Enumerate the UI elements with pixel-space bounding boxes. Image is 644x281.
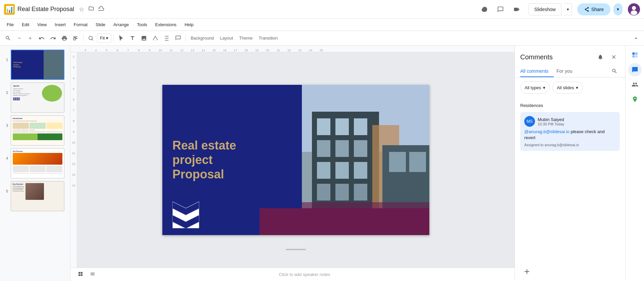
menu-arrange[interactable]: Arrange — [109, 21, 133, 29]
menu-insert[interactable]: Insert — [51, 21, 70, 29]
ruler-vertical: 2 3 4 5 6 7 8 9 10 11 12 13 14 — [70, 52, 77, 268]
filter-types-label: All types — [525, 85, 541, 90]
svg-point-2 — [631, 10, 637, 15]
user-avatar[interactable] — [628, 3, 640, 15]
svg-rect-9 — [354, 118, 367, 135]
slide-thumb-2: Agenda Project OverviewOur ProcessOur Se… — [11, 82, 64, 113]
zoom-out-button[interactable] — [14, 33, 25, 44]
star-icon[interactable]: ☆ — [79, 6, 84, 13]
filter-slides-button[interactable]: All slides ▾ — [552, 81, 583, 94]
search-toolbar-button[interactable] — [3, 33, 13, 44]
collapse-toolbar-button[interactable] — [631, 33, 641, 44]
far-right-panel — [625, 46, 644, 281]
layout-button-toolbar[interactable]: Layout — [217, 33, 236, 44]
svg-rect-16 — [317, 184, 330, 201]
document-title: Real Estate Proposal — [17, 6, 74, 13]
maps-sidebar-button[interactable] — [628, 93, 642, 106]
comment-author-name: Mubin Saiyed — [538, 117, 564, 122]
slide-thumbnail-4[interactable]: 4 Our Process — [0, 147, 70, 180]
slide-thumbnail-1[interactable]: 1 Real estateprojectProposal — [0, 48, 70, 81]
cursor-tool-button[interactable] — [116, 33, 126, 44]
menu-tools[interactable]: Tools — [133, 21, 151, 29]
print-button[interactable] — [59, 33, 70, 44]
menu-edit[interactable]: Edit — [18, 21, 33, 29]
shapes-tool-button[interactable] — [150, 33, 161, 44]
comments-list: Residences MS Mubin Saiyed 10:30 PM Toda… — [515, 98, 625, 262]
tab-for-you[interactable]: For you — [556, 66, 578, 77]
filter-slides-label: All slides — [557, 85, 574, 90]
comments-sidebar-button[interactable] — [628, 63, 642, 76]
bottom-bar: Click to add speaker notes — [70, 268, 515, 281]
undo-button[interactable] — [36, 33, 47, 44]
background-button-toolbar[interactable]: Background — [188, 33, 216, 44]
zoom-in-button[interactable] — [25, 33, 36, 44]
svg-rect-24 — [632, 53, 635, 55]
svg-point-1 — [632, 6, 636, 10]
search-comments-button[interactable] — [609, 66, 620, 76]
folder-icon[interactable] — [88, 5, 94, 13]
svg-rect-27 — [635, 55, 637, 58]
comment-time: 10:30 PM Today — [538, 122, 564, 126]
slideshow-button[interactable]: Slideshow — [529, 3, 561, 15]
menu-file[interactable]: File — [3, 21, 18, 29]
filter-types-button[interactable]: All types ▾ — [520, 81, 550, 94]
main-slide: Real estate project Proposal — [162, 85, 429, 235]
slide-thumbnail-3[interactable]: 3 Introduction Lorem ipsum dolor sit ame… — [0, 114, 70, 147]
menu-slide[interactable]: Slide — [92, 21, 109, 29]
text-tool-button[interactable] — [127, 33, 138, 44]
menu-extensions[interactable]: Extensions — [151, 21, 181, 29]
slide-thumbnail-2[interactable]: 2 Agenda Project OverviewOur ProcessOur … — [0, 81, 70, 114]
svg-rect-22 — [409, 152, 426, 172]
comment-text: @anurag.b@slidesai.io please check and r… — [524, 129, 616, 141]
filter-slides-chevron-icon: ▾ — [576, 85, 578, 90]
paint-format-button[interactable] — [70, 33, 81, 44]
slide-thumb-3: Introduction Lorem ipsum dolor sit amet … — [11, 115, 64, 146]
svg-rect-13 — [317, 162, 330, 179]
transition-button-toolbar[interactable]: Transition — [256, 33, 280, 44]
people-sidebar-button[interactable] — [628, 78, 642, 91]
menu-help[interactable]: Help — [180, 21, 198, 29]
comment-assigned: Assigned to anurag.b@slidesai.io — [524, 143, 616, 147]
slide-thumb-5: Key Services 01 Property Management02 Pr… — [11, 181, 64, 211]
toolbar: Fit ▾ Background Layout Theme Transition — [0, 31, 644, 46]
image-tool-button[interactable] — [139, 33, 149, 44]
share-button[interactable]: Share — [577, 3, 610, 15]
chevron-pattern — [172, 202, 199, 228]
menu-view[interactable]: View — [33, 21, 51, 29]
comment-mention-link[interactable]: @anurag.b@slidesai.io — [524, 129, 570, 134]
speaker-notes-placeholder[interactable]: Click to add speaker notes — [100, 272, 509, 277]
redo-button[interactable] — [48, 33, 58, 44]
svg-rect-10 — [317, 140, 330, 157]
slide-canvas[interactable]: Real estate project Proposal — [77, 52, 515, 268]
slide-number-1: 1 — [3, 50, 8, 62]
menu-format[interactable]: Format — [70, 21, 92, 29]
history-button[interactable] — [478, 3, 491, 16]
slide-title-content: Real estate project Proposal — [172, 138, 236, 182]
menu-bar: File Edit View Insert Format Slide Arran… — [0, 19, 644, 31]
zoom-search-button[interactable] — [86, 33, 96, 44]
grid-view-button[interactable] — [76, 270, 85, 279]
sidebar-sheets-button[interactable] — [628, 48, 642, 62]
line-tool-button[interactable] — [161, 33, 172, 44]
cloud-save-icon[interactable] — [98, 5, 104, 13]
slideshow-dropdown-button[interactable]: ▾ — [564, 3, 572, 15]
slide-number-5: 5 — [3, 181, 8, 193]
svg-rect-17 — [335, 184, 349, 201]
video-call-button[interactable] — [510, 3, 523, 16]
sidebar-toggle-button[interactable] — [88, 270, 97, 279]
chat-button[interactable] — [494, 3, 507, 16]
comment-tool-button[interactable] — [173, 33, 183, 44]
close-comments-button[interactable] — [608, 51, 620, 63]
theme-button-toolbar[interactable]: Theme — [236, 33, 255, 44]
share-arrow-button[interactable]: ▾ — [613, 3, 623, 15]
tab-all-comments[interactable]: All comments — [520, 66, 554, 77]
svg-rect-12 — [354, 140, 367, 157]
comment-section-residences: Residences — [515, 100, 625, 111]
notifications-button[interactable] — [594, 51, 606, 63]
add-comment-button[interactable] — [520, 265, 534, 278]
comments-panel: Comments All comments For you All types … — [515, 46, 625, 281]
slides-panel: 1 Real estateprojectProposal 2 Agenda Pr… — [0, 46, 70, 281]
slide-thumbnail-5[interactable]: 5 Key Services 01 Property Management02 … — [0, 180, 70, 213]
zoom-dropdown[interactable]: Fit ▾ — [97, 34, 111, 43]
comment-author-avatar: MS — [524, 116, 535, 127]
